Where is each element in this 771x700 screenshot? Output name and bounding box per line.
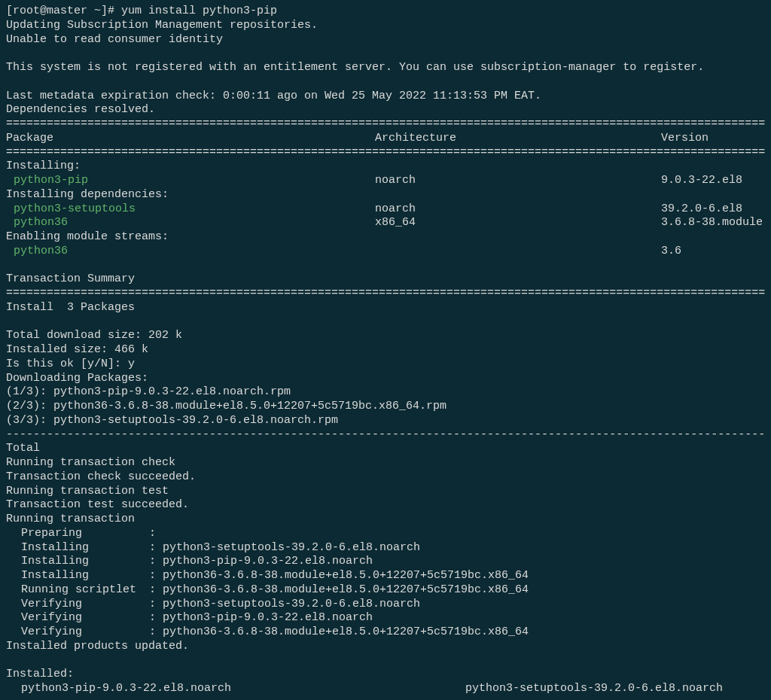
step-label: Verifying (6, 625, 149, 640)
blank-line (6, 259, 765, 273)
installed-package: python3-setuptools-39.2.0-6.el8.noarch (465, 682, 765, 696)
installed-title: Installed: (6, 668, 765, 682)
download-line: (1/3): python3-pip-9.0.3-22.el8.noarch.r… (6, 385, 765, 400)
package-name: python3-setuptools (6, 202, 375, 217)
download-line: (3/3): python3-setuptools-39.2.0-6.el8.n… (6, 414, 765, 428)
package-version: 3.6 (661, 245, 765, 259)
step-label: Installing (6, 555, 149, 569)
step-label: Installing (6, 541, 149, 555)
step-value: : python3-setuptools-39.2.0-6.el8.noarch (149, 541, 765, 555)
section-installing-deps: Installing dependencies: (6, 188, 765, 202)
section-enabling: Enabling module streams: (6, 230, 765, 245)
total-download-size: Total download size: 202 k (6, 329, 765, 343)
section-installing: Installing: (6, 160, 765, 174)
divider-line: ========================================… (6, 117, 765, 132)
step-row: Installing: python3-setuptools-39.2.0-6.… (6, 541, 765, 555)
blank-line (6, 47, 765, 61)
step-row: Preparing: (6, 527, 765, 541)
output-line: Transaction test succeeded. (6, 498, 765, 513)
output-line: Dependencies resolved. (6, 103, 765, 117)
step-row: Verifying: python3-pip-9.0.3-22.el8.noar… (6, 611, 765, 625)
blank-line (6, 696, 765, 700)
header-package: Package (6, 132, 375, 146)
install-count: Install 3 Packages (6, 301, 765, 315)
header-architecture: Architecture (375, 132, 661, 146)
package-version: 3.6.8-38.module (661, 216, 765, 230)
package-version: 9.0.3-22.el8 (661, 174, 765, 188)
blank-line (6, 75, 765, 90)
installed-row: python3-pip-9.0.3-22.el8.noarch python3-… (6, 682, 765, 696)
output-line: Running transaction (6, 513, 765, 527)
download-line: (2/3): python36-3.6.8-38.module+el8.5.0+… (6, 400, 765, 414)
step-label: Verifying (6, 598, 149, 612)
step-label: Running scriptlet (6, 583, 149, 598)
package-arch: noarch (375, 202, 661, 217)
installed-size: Installed size: 466 k (6, 343, 765, 358)
transaction-summary-title: Transaction Summary (6, 272, 765, 287)
step-value: : python3-pip-9.0.3-22.el8.noarch (149, 555, 765, 569)
header-version: Version (661, 132, 765, 146)
package-version: 39.2.0-6.el8 (661, 202, 765, 217)
step-value: : python36-3.6.8-38.module+el8.5.0+12207… (149, 625, 765, 640)
confirm-prompt: Is this ok [y/N]: y (6, 358, 765, 372)
package-name: python36 (6, 245, 375, 259)
downloading-packages: Downloading Packages: (6, 372, 765, 386)
output-line: Transaction check succeeded. (6, 470, 765, 485)
package-name: python3-pip (6, 174, 375, 188)
package-row: python36 x86_64 3.6.8-38.module (6, 216, 765, 230)
step-row: Installing: python36-3.6.8-38.module+el8… (6, 569, 765, 583)
package-row: python3-setuptools noarch 39.2.0-6.el8 (6, 202, 765, 217)
divider-line: ========================================… (6, 146, 765, 160)
step-row: Verifying: python3-setuptools-39.2.0-6.e… (6, 598, 765, 612)
step-label: Verifying (6, 611, 149, 625)
step-row: Running scriptlet: python36-3.6.8-38.mod… (6, 583, 765, 598)
package-row: python36 3.6 (6, 245, 765, 259)
products-updated: Installed products updated. (6, 640, 765, 654)
step-row: Installing: python3-pip-9.0.3-22.el8.noa… (6, 555, 765, 569)
output-line: This system is not registered with an en… (6, 61, 765, 75)
step-value: : python3-setuptools-39.2.0-6.el8.noarch (149, 598, 765, 612)
output-line: Running transaction check (6, 456, 765, 470)
output-line: Updating Subscription Management reposit… (6, 19, 765, 33)
output-line: Running transaction test (6, 485, 765, 499)
prompt-line: [root@master ~]# yum install python3-pip (6, 5, 765, 19)
output-line: Unable to read consumer identity (6, 33, 765, 47)
step-value: : python36-3.6.8-38.module+el8.5.0+12207… (149, 583, 765, 598)
step-value: : python3-pip-9.0.3-22.el8.noarch (149, 611, 765, 625)
blank-line (6, 315, 765, 330)
step-value: : (149, 527, 765, 541)
blank-line (6, 654, 765, 668)
table-header: Package Architecture Version (6, 132, 765, 146)
command-text: yum install python3-pip (121, 5, 277, 17)
step-label: Installing (6, 569, 149, 583)
total-line: Total (6, 442, 765, 456)
divider-line: ========================================… (6, 287, 765, 301)
output-line: Last metadata expiration check: 0:00:11 … (6, 90, 765, 104)
installed-package: python3-pip-9.0.3-22.el8.noarch (6, 682, 465, 696)
step-value: : python36-3.6.8-38.module+el8.5.0+12207… (149, 569, 765, 583)
dash-divider-line: ----------------------------------------… (6, 428, 765, 443)
package-arch: x86_64 (375, 216, 661, 230)
step-label: Preparing (6, 527, 149, 541)
package-arch: noarch (375, 174, 661, 188)
shell-prompt: [root@master ~]# (6, 5, 121, 17)
package-row: python3-pip noarch 9.0.3-22.el8 (6, 174, 765, 188)
package-name: python36 (6, 216, 375, 230)
step-row: Verifying: python36-3.6.8-38.module+el8.… (6, 625, 765, 640)
package-arch (375, 245, 661, 259)
